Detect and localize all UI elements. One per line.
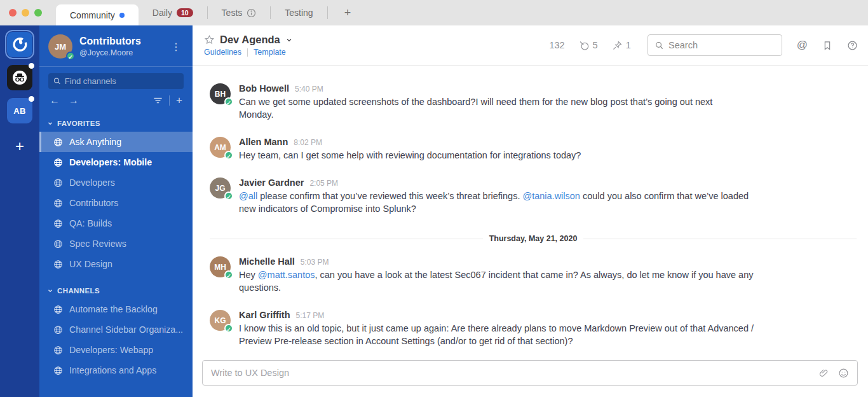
channel-ask-anything[interactable]: Ask Anything [39, 132, 193, 152]
team-header[interactable]: JM ✓ Contributors @Joyce.Moore ⋮ [39, 25, 193, 66]
message-composer [202, 360, 858, 386]
mention-tania-wilson[interactable]: @tania.wilson [522, 191, 580, 201]
mention-matt-santos[interactable]: @matt.santos [258, 270, 315, 280]
user-handle: @Joyce.Moore [79, 48, 141, 57]
channel-spec-reviews[interactable]: Spec Reviews [39, 233, 193, 254]
message-input[interactable] [211, 368, 810, 378]
globe-icon [53, 239, 63, 249]
message-timestamp: 8:02 PM [294, 138, 322, 147]
message-bob-howell: BH ✓ Bob Howell 5:40 PM Can we get some … [210, 83, 857, 121]
tab-testing[interactable]: Testing [271, 0, 327, 25]
add-channel-button[interactable]: + [176, 94, 182, 107]
history-forward-button[interactable]: → [69, 95, 79, 106]
member-count-value: 132 [549, 40, 564, 50]
pinned-count-value: 1 [626, 40, 631, 50]
chevron-down-icon [47, 120, 53, 127]
channel-qa-builds[interactable]: QA: Builds [39, 213, 193, 233]
channel-label: Integrations and Apps [69, 365, 156, 375]
verified-check-badge: ✓ [224, 97, 233, 106]
channel-label: QA: Builds [69, 218, 112, 228]
channel-integrations-and-apps[interactable]: Integrations and Apps [39, 360, 193, 380]
globe-icon [53, 137, 63, 147]
avatar-initials: KG [215, 316, 226, 325]
globe-icon [53, 345, 63, 355]
mention-all[interactable]: @all [239, 191, 257, 201]
avatar[interactable]: KG ✓ [210, 310, 231, 331]
message-author[interactable]: Karl Griffith [239, 310, 290, 320]
minimize-window-button[interactable] [22, 9, 29, 17]
window-controls [9, 9, 42, 17]
add-team-button[interactable]: + [15, 137, 24, 155]
at-mention-icon: @ [797, 39, 808, 52]
channel-sidebar-organization[interactable]: Channel Sidebar Organiza... [39, 319, 193, 340]
avatar[interactable]: AM ✓ [210, 137, 231, 158]
channel-developers-webapp[interactable]: Developers: Webapp [39, 340, 193, 360]
avatar-initials: MH [214, 263, 226, 272]
tab-daily-label: Daily [153, 8, 172, 18]
message-text: Can we get some updated screenshots of t… [239, 95, 712, 121]
member-count[interactable]: 132 [549, 40, 564, 50]
channel-title-menu[interactable]: Dev Agenda [204, 34, 293, 46]
avatar-initials: BH [215, 90, 226, 99]
team-icon-mattermost[interactable] [7, 32, 32, 57]
close-window-button[interactable] [9, 9, 17, 17]
filter-icon[interactable] [153, 96, 163, 105]
notification-dot-icon [29, 63, 34, 69]
avatar[interactable]: MH ✓ [210, 256, 231, 277]
channel-developers-mobile[interactable]: Developers: Mobile [39, 152, 193, 172]
guidelines-link[interactable]: Guidelines [204, 48, 241, 57]
attach-file-button[interactable] [819, 368, 829, 378]
message-author[interactable]: Bob Howell [239, 83, 289, 94]
section-favorites-label: FAVORITES [57, 120, 100, 127]
avatar[interactable]: JG ✓ [210, 178, 231, 198]
globe-icon [53, 198, 63, 208]
info-icon [247, 8, 256, 18]
channel-label: Contributors [69, 198, 118, 208]
team-icon-incognito[interactable] [7, 65, 32, 90]
new-tab-button[interactable]: + [328, 0, 368, 25]
verified-check-badge: ✓ [224, 270, 233, 279]
link-divider [247, 48, 248, 57]
tab-tests[interactable]: Tests [208, 0, 271, 25]
section-channels-header[interactable]: CHANNELS [39, 287, 193, 299]
section-favorites-header[interactable]: FAVORITES [39, 120, 193, 132]
emoji-picker-button[interactable] [838, 368, 849, 379]
message-text: I know this is an old topic, but it just… [239, 322, 754, 347]
channel-automate-the-backlog[interactable]: Automate the Backlog [39, 299, 193, 319]
tab-tests-label: Tests [222, 8, 243, 18]
mattermost-logo-icon [11, 36, 28, 53]
message-text: Hey @matt.santos, can you have a look at… [239, 268, 753, 294]
message-karl-griffith: KG ✓ Karl Griffith 5:17 PM I know this i… [210, 310, 857, 347]
section-channels: CHANNELS Automate the Backlog Channel Si… [39, 287, 193, 380]
zoom-window-button[interactable] [34, 9, 42, 17]
team-menu-button[interactable]: ⋮ [167, 41, 185, 53]
search-input[interactable] [668, 40, 775, 50]
muted-notifications-indicator[interactable]: 5 [579, 40, 598, 51]
tab-daily[interactable]: Daily 10 [139, 0, 207, 25]
avatar[interactable]: BH ✓ [210, 83, 231, 104]
team-icon-ab[interactable]: AB [7, 98, 32, 123]
message-list[interactable]: BH ✓ Bob Howell 5:40 PM Can we get some … [193, 66, 868, 360]
channel-ux-design[interactable]: UX Design [39, 254, 193, 274]
message-author[interactable]: Javier Gardner [239, 178, 304, 188]
favorite-star-icon[interactable] [204, 34, 215, 45]
message-author[interactable]: Michelle Hall [239, 256, 295, 267]
channel-developers[interactable]: Developers [39, 172, 193, 193]
channel-label: Channel Sidebar Organiza... [69, 324, 183, 335]
channel-contributors[interactable]: Contributors [39, 193, 193, 213]
channel-name: Dev Agenda [220, 34, 280, 46]
section-favorites: FAVORITES Ask Anything Developers: Mobil… [39, 120, 193, 274]
help-button[interactable] [847, 40, 858, 51]
history-back-button[interactable]: ← [50, 95, 60, 106]
recent-mentions-button[interactable]: @ [797, 39, 808, 52]
channel-label: Spec Reviews [69, 239, 126, 249]
message-timestamp: 5:17 PM [296, 311, 325, 320]
message-author[interactable]: Allen Mann [239, 137, 288, 147]
tab-community[interactable]: Community [56, 4, 139, 25]
saved-posts-button[interactable] [822, 40, 832, 51]
template-link[interactable]: Template [254, 48, 286, 57]
pinned-posts-button[interactable]: 1 [612, 40, 631, 51]
message-text: @all please confirm that you’ve reviewed… [239, 190, 749, 215]
online-check-badge: ✓ [66, 52, 75, 60]
find-channels-input[interactable] [65, 76, 179, 86]
